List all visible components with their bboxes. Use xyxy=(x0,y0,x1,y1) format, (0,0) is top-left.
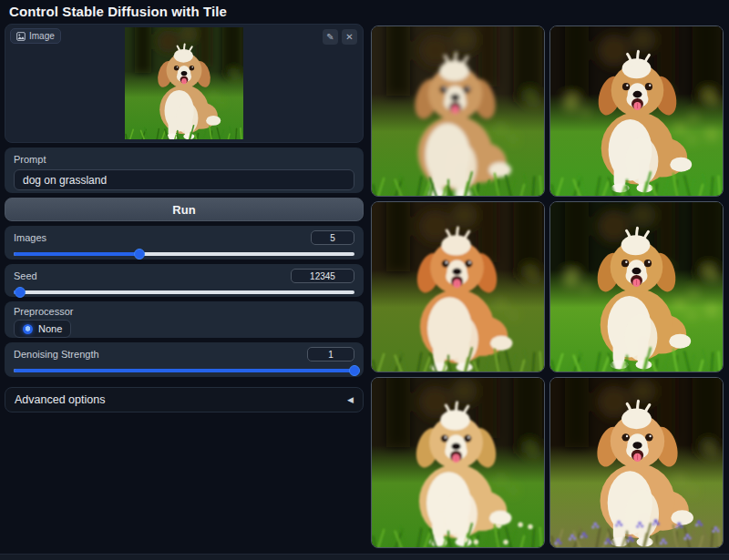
input-image-thumbnail[interactable] xyxy=(125,27,243,139)
prompt-input[interactable] xyxy=(14,169,354,190)
images-slider-handle[interactable] xyxy=(134,249,145,260)
preprocessor-block: Preprocessor None xyxy=(5,301,364,338)
image-icon xyxy=(16,32,26,41)
generated-image-3[interactable] xyxy=(371,201,545,372)
radio-option-label: None xyxy=(38,323,62,334)
prompt-field: Prompt xyxy=(5,148,364,193)
preprocessor-label: Preprocessor xyxy=(14,306,354,317)
advanced-options-label: Advanced options xyxy=(15,393,105,406)
generated-image-1[interactable] xyxy=(371,25,545,197)
footer-strip xyxy=(0,554,729,560)
slider-fill xyxy=(14,369,354,372)
control-panel: Image ✎ ✕ Prompt Run Images xyxy=(5,24,364,554)
radio-selected-icon xyxy=(23,324,33,334)
main-layout: Image ✎ ✕ Prompt Run Images xyxy=(0,22,729,554)
app-header: Control Stable Diffusion with Tile xyxy=(0,0,729,22)
images-number-input[interactable] xyxy=(311,230,354,245)
slider-fill xyxy=(14,252,139,256)
advanced-options-accordion[interactable]: Advanced options ◀ xyxy=(5,387,364,412)
output-panel xyxy=(370,24,724,554)
denoising-number-input[interactable] xyxy=(307,347,354,361)
edit-icon[interactable]: ✎ xyxy=(323,29,338,45)
generated-image-4[interactable] xyxy=(549,201,724,372)
slider-track xyxy=(14,290,354,294)
images-slider-block: Images xyxy=(5,226,364,260)
denoising-slider-block: Denoising Strength xyxy=(5,342,364,377)
run-button[interactable]: Run xyxy=(5,198,364,221)
page-title: Control Stable Diffusion with Tile xyxy=(9,4,227,19)
images-label: Images xyxy=(14,232,46,243)
image-component-label: Image xyxy=(10,28,61,44)
image-toolbar: ✎ ✕ xyxy=(323,29,357,45)
clear-icon[interactable]: ✕ xyxy=(342,29,357,45)
seed-slider[interactable] xyxy=(14,287,354,298)
denoising-slider[interactable] xyxy=(14,365,354,376)
prompt-label: Prompt xyxy=(14,154,354,165)
generated-image-6[interactable] xyxy=(549,377,724,548)
denoising-label: Denoising Strength xyxy=(14,349,99,360)
image-input[interactable]: Image ✎ ✕ xyxy=(5,24,364,143)
preprocessor-option-none[interactable]: None xyxy=(14,320,71,338)
seed-slider-handle[interactable] xyxy=(15,287,26,298)
generated-image-2[interactable] xyxy=(549,25,724,197)
gallery-grid xyxy=(370,24,724,548)
denoising-slider-handle[interactable] xyxy=(349,365,360,376)
seed-slider-block: Seed xyxy=(5,264,364,297)
seed-label: Seed xyxy=(14,270,37,281)
generated-image-5[interactable] xyxy=(371,377,545,548)
images-slider[interactable] xyxy=(14,249,354,260)
seed-number-input[interactable] xyxy=(291,269,354,283)
accordion-collapse-arrow-icon: ◀ xyxy=(347,395,354,404)
